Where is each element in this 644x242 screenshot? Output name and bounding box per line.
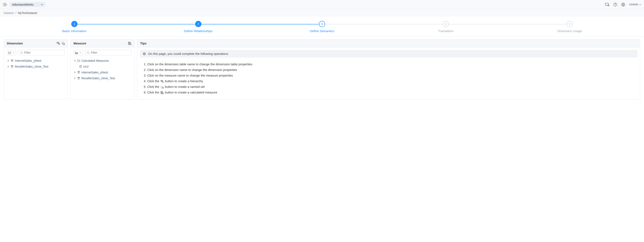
tree-item-label: InternetSales_yhtest	[15, 59, 42, 62]
measure-tree-item[interactable]: ResellerSales_clone_Test	[74, 75, 132, 81]
tree-item-label: ResellerSales_clone_Test	[82, 77, 115, 80]
measure-type-select[interactable]	[74, 50, 83, 55]
cube-icon	[10, 65, 14, 68]
svg-rect-19	[80, 66, 81, 66]
tips-title: Tips	[140, 42, 147, 45]
topbar-right: ADMIN	[605, 3, 641, 7]
measure-tree: CMCalculated Measurescm2InternetSales_yh…	[74, 58, 132, 81]
tips-panel: Tips On this page, you could complete th…	[137, 39, 640, 99]
step-label: Dimension Usage	[557, 29, 582, 33]
cm-group-icon: CM	[77, 59, 80, 62]
svg-rect-27	[161, 92, 162, 92]
measure-filter[interactable]	[85, 50, 132, 55]
chevron-down-icon	[41, 4, 43, 5]
dimension-title: Dimension	[7, 42, 23, 45]
user-label: ADMIN	[629, 3, 638, 6]
step-number: 3	[319, 21, 325, 27]
menu-toggle-button[interactable]	[3, 3, 7, 7]
namedset-icon	[160, 86, 164, 88]
breadcrumb: Dataset / MyTestDataset	[0, 9, 644, 17]
tips-list-item: Click the button to create a named set	[147, 84, 634, 89]
step-number: 1	[71, 21, 78, 27]
step-2[interactable]: 2Define Relationships	[136, 21, 260, 33]
dimension-tree-item[interactable]: ResellerSales_clone_Test	[7, 64, 65, 69]
measure-filter-input[interactable]	[91, 51, 130, 54]
svg-rect-14	[77, 52, 78, 54]
step-number: 5	[566, 21, 573, 27]
tips-panel-header: Tips	[137, 39, 640, 47]
dimension-filter[interactable]	[18, 50, 65, 55]
breadcrumb-current: MyTestDataset	[18, 11, 37, 15]
svg-point-21	[144, 53, 144, 53]
user-menu[interactable]: ADMIN	[629, 3, 641, 6]
calcmeasure-icon	[160, 91, 164, 94]
dimension-tree-item[interactable]: InternetSales_yhtest	[7, 58, 65, 64]
content-area: Dimension Internet	[0, 37, 644, 102]
help-icon[interactable]	[614, 3, 617, 7]
tips-banner-text: On this page, you could complete the fol…	[148, 52, 228, 56]
breadcrumb-root[interactable]: Dataset	[4, 11, 14, 15]
search-icon	[20, 51, 23, 54]
step-number: 2	[195, 21, 202, 27]
tree-item-label: cm2	[83, 65, 88, 68]
tips-list-item: Click on the measure name to change the …	[147, 73, 634, 78]
step-1[interactable]: 1Basic Information	[12, 21, 136, 33]
measure-panel-header: Measure	[70, 39, 134, 47]
tree-item-label: ResellerSales_clone_Test	[15, 65, 48, 68]
step-label: Translation	[438, 29, 454, 33]
tips-list: Click on the dimension table name to cha…	[137, 60, 640, 99]
topbar: AdventureWorks ADMIN	[0, 0, 644, 9]
step-3[interactable]: 3Define Semantics	[260, 21, 384, 33]
cube-icon	[77, 77, 80, 80]
create-namedset-button[interactable]	[62, 42, 65, 45]
calculated-measure-item[interactable]: cm2	[74, 64, 132, 69]
measure-title: Measure	[74, 42, 86, 45]
create-hierarchy-button[interactable]	[57, 42, 60, 45]
tree-item-label: InternetSales_yhtest	[82, 71, 108, 74]
svg-rect-10	[129, 43, 130, 43]
tips-list-item: Click on the dimension table name to cha…	[147, 61, 634, 67]
calculated-measures-group[interactable]: CMCalculated Measures	[74, 58, 132, 64]
tips-list-item: Click on the dimension name to change th…	[147, 67, 634, 73]
steps-nav: 1Basic Information2Define Relationships3…	[0, 17, 644, 37]
dimension-filter-input[interactable]	[24, 51, 63, 54]
svg-rect-5	[57, 42, 59, 43]
step-label: Define Relationships	[184, 29, 213, 33]
tips-banner: On this page, you could complete the fol…	[140, 50, 638, 58]
svg-text:CM: CM	[78, 60, 80, 62]
svg-point-8	[20, 52, 22, 53]
info-icon	[143, 52, 146, 56]
cube-icon	[77, 71, 80, 74]
cube-icon	[10, 59, 14, 62]
create-calcmeasure-button[interactable]	[128, 42, 132, 45]
dimension-panel: Dimension Internet	[4, 39, 68, 99]
svg-rect-12	[76, 53, 76, 54]
svg-point-3	[615, 5, 616, 6]
tree-item-label: Calculated Measures	[82, 59, 109, 62]
dimension-tree: InternetSales_yhtestResellerSales_clone_…	[7, 58, 65, 69]
caret-right-icon	[74, 71, 76, 73]
step-4[interactable]: 4Translation	[384, 21, 508, 33]
chevron-down-icon	[13, 52, 15, 53]
globe-icon[interactable]	[621, 3, 625, 7]
measure-tree-item[interactable]: InternetSales_yhtest	[74, 69, 132, 75]
step-number: 4	[442, 21, 449, 27]
step-5[interactable]: 5Dimension Usage	[508, 21, 632, 33]
dimension-type-select[interactable]	[7, 50, 16, 55]
search-icon	[87, 51, 90, 54]
breadcrumb-separator: /	[16, 11, 16, 15]
step-label: Define Semantics	[310, 29, 334, 33]
step-label: Basic Information	[62, 29, 86, 33]
svg-point-15	[87, 52, 89, 53]
line-chart-icon	[8, 51, 12, 54]
chevron-down-icon	[80, 52, 82, 53]
svg-rect-22	[144, 53, 144, 54]
chevron-down-icon	[639, 4, 641, 5]
measure-panel: Measure CMCalculated Measurescm2Internet…	[70, 39, 134, 99]
caret-right-icon	[74, 77, 76, 79]
calculator-icon	[79, 65, 82, 68]
project-select[interactable]: AdventureWorks	[10, 2, 45, 7]
diagnostic-icon[interactable]	[605, 3, 609, 6]
project-name: AdventureWorks	[12, 3, 34, 6]
caret-down-icon	[74, 60, 76, 62]
